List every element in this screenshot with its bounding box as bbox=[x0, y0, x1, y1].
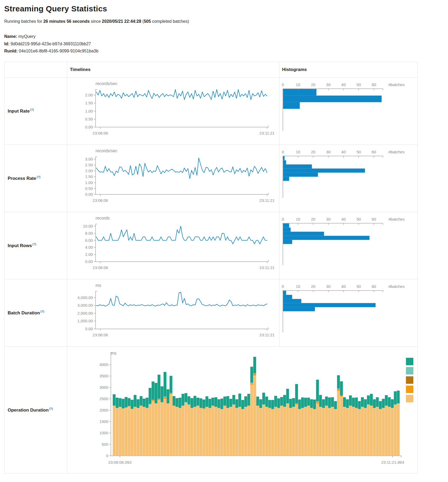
svg-text:4000: 4000 bbox=[99, 362, 108, 367]
svg-text:#batches: #batches bbox=[388, 217, 405, 221]
svg-text:23:06:06: 23:06:06 bbox=[93, 265, 108, 270]
summary-text: Running batches for bbox=[4, 19, 43, 24]
help-icon[interactable]: (?) bbox=[40, 310, 44, 313]
svg-text:23:11:21: 23:11:21 bbox=[259, 265, 274, 270]
svg-text:23:06:06: 23:06:06 bbox=[93, 198, 108, 203]
id-value: 9d0dd219-995d-423e-b97d-36931110bb27 bbox=[11, 42, 91, 46]
svg-text:1500: 1500 bbox=[99, 419, 108, 423]
batch-duration-label: Batch Duration(?) bbox=[4, 279, 67, 346]
running-duration: 26 minutes 56 seconds bbox=[43, 19, 90, 24]
svg-text:8.00: 8.00 bbox=[85, 231, 93, 235]
runid-value: 04e101e6-8bf8-4165-9099-9104c951ba3b bbox=[19, 49, 98, 53]
svg-text:1.50: 1.50 bbox=[85, 174, 93, 179]
timelines-header: Timelines bbox=[67, 62, 279, 77]
svg-text:30: 30 bbox=[326, 150, 331, 154]
input-rows-histogram-chart: 0102030405060#batches bbox=[279, 212, 418, 279]
svg-text:10.00: 10.00 bbox=[83, 224, 93, 228]
svg-text:ms: ms bbox=[111, 351, 116, 355]
svg-text:23:11:21: 23:11:21 bbox=[259, 333, 274, 337]
svg-text:2.00: 2.00 bbox=[85, 168, 93, 173]
summary-text: ( bbox=[141, 19, 144, 24]
svg-text:2.00: 2.00 bbox=[85, 93, 93, 97]
name-value: myQuery bbox=[18, 34, 35, 39]
process-rate-row: Process Rate(?) records/sec3.002.502.001… bbox=[4, 145, 418, 212]
legend-swatch bbox=[406, 395, 413, 402]
svg-text:10: 10 bbox=[296, 217, 300, 221]
input-rate-timeline-chart: records/sec2.001.501.000.500.0023:06:062… bbox=[67, 77, 279, 145]
svg-text:0.50: 0.50 bbox=[85, 186, 93, 190]
svg-text:0.50: 0.50 bbox=[85, 117, 93, 121]
statistics-table: Timelines Histograms Input Rate(?) recor… bbox=[4, 62, 418, 474]
page-title: Streaming Query Statistics bbox=[4, 4, 448, 13]
svg-text:records: records bbox=[96, 216, 110, 220]
start-timestamp: 2020/05/21 22:44:28 bbox=[102, 19, 141, 24]
help-icon[interactable]: (?) bbox=[30, 108, 34, 111]
svg-text:2.50: 2.50 bbox=[85, 163, 93, 167]
svg-text:0.00: 0.00 bbox=[85, 192, 93, 197]
svg-text:30: 30 bbox=[326, 82, 331, 87]
svg-text:0: 0 bbox=[282, 82, 284, 87]
svg-text:23:06:06: 23:06:06 bbox=[93, 131, 108, 135]
svg-text:30: 30 bbox=[326, 284, 331, 289]
svg-text:10: 10 bbox=[296, 284, 300, 289]
query-info: Name: myQuery Id: 9d0dd219-995d-423e-b97… bbox=[4, 33, 448, 55]
svg-text:records/sec: records/sec bbox=[96, 81, 117, 86]
svg-text:0.00: 0.00 bbox=[85, 125, 93, 129]
svg-text:50: 50 bbox=[356, 284, 361, 289]
svg-text:20: 20 bbox=[311, 284, 315, 289]
svg-text:23:06:06: 23:06:06 bbox=[93, 333, 108, 337]
batch-duration-histogram-chart: 0102030405060#batches bbox=[279, 279, 418, 346]
runid-label: RunId: bbox=[4, 49, 18, 53]
svg-text:3,000.00: 3,000.00 bbox=[78, 303, 93, 307]
completed-batches-count: 505 bbox=[144, 19, 151, 24]
svg-text:30: 30 bbox=[326, 217, 331, 221]
svg-text:records/sec: records/sec bbox=[96, 149, 117, 153]
svg-text:0: 0 bbox=[282, 217, 284, 221]
svg-text:40: 40 bbox=[341, 284, 346, 289]
svg-text:0.00: 0.00 bbox=[85, 327, 93, 331]
svg-text:23:11:21: 23:11:21 bbox=[259, 131, 274, 135]
svg-text:0: 0 bbox=[282, 150, 284, 154]
summary-text: completed batches) bbox=[151, 19, 189, 24]
process-rate-timeline-chart: records/sec3.002.502.001.501.000.500.002… bbox=[67, 145, 279, 212]
histograms-header: Histograms bbox=[279, 62, 418, 77]
svg-text:0: 0 bbox=[282, 284, 284, 289]
table-header-row: Timelines Histograms bbox=[4, 62, 418, 77]
empty-header-cell bbox=[4, 62, 67, 77]
svg-text:1,000.00: 1,000.00 bbox=[78, 319, 93, 323]
batch-duration-timeline-chart: ms4,000.003,000.002,000.001,000.000.0023… bbox=[67, 279, 279, 346]
svg-text:20: 20 bbox=[311, 150, 315, 154]
svg-text:50: 50 bbox=[356, 82, 361, 87]
svg-text:1.00: 1.00 bbox=[85, 180, 93, 185]
svg-text:10: 10 bbox=[296, 82, 300, 87]
svg-text:2,000.00: 2,000.00 bbox=[78, 311, 93, 315]
legend-swatch bbox=[406, 386, 413, 393]
svg-text:40: 40 bbox=[341, 217, 346, 221]
svg-text:6.00: 6.00 bbox=[85, 238, 93, 242]
help-icon[interactable]: (?) bbox=[37, 175, 40, 178]
id-label: Id: bbox=[4, 42, 10, 46]
svg-text:ms: ms bbox=[96, 283, 101, 288]
operation-duration-row: Operation Duration(?) ms4000350030002500… bbox=[4, 346, 418, 473]
help-icon[interactable]: (?) bbox=[33, 243, 36, 246]
svg-text:1.50: 1.50 bbox=[85, 101, 93, 105]
query-id-line: Id: 9d0dd219-995d-423e-b97d-36931110bb27 bbox=[4, 40, 448, 48]
input-rate-histogram-chart: 0102030405060#batches bbox=[279, 77, 418, 145]
help-icon[interactable]: (?) bbox=[49, 407, 53, 410]
running-batches-summary: Running batches for 26 minutes 56 second… bbox=[4, 19, 448, 24]
legend-swatch bbox=[406, 367, 413, 374]
svg-text:10: 10 bbox=[296, 150, 300, 154]
svg-text:60: 60 bbox=[372, 217, 376, 221]
svg-text:4.00: 4.00 bbox=[85, 245, 93, 249]
svg-text:60: 60 bbox=[372, 150, 376, 154]
query-runid-line: RunId: 04e101e6-8bf8-4165-9099-9104c951b… bbox=[4, 47, 448, 55]
input-rows-label: Input Rows(?) bbox=[4, 212, 67, 279]
svg-text:4,000.00: 4,000.00 bbox=[78, 295, 93, 300]
batch-duration-row: Batch Duration(?) ms4,000.003,000.002,00… bbox=[4, 279, 418, 346]
input-rate-label: Input Rate(?) bbox=[4, 77, 67, 145]
svg-text:60: 60 bbox=[372, 284, 376, 289]
svg-text:2500: 2500 bbox=[99, 396, 108, 401]
svg-text:1000: 1000 bbox=[99, 431, 108, 435]
svg-text:40: 40 bbox=[341, 82, 346, 87]
svg-text:#batches: #batches bbox=[388, 284, 405, 289]
